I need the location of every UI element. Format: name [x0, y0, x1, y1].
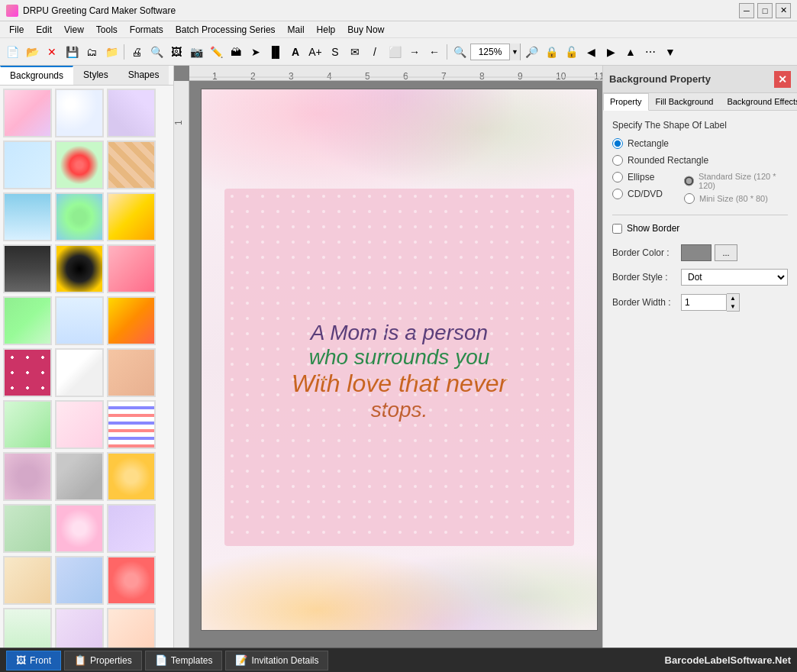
new-button[interactable]: 📄 [3, 43, 21, 61]
thumb-28[interactable] [3, 556, 52, 605]
menu-view[interactable]: View [58, 23, 90, 37]
border-style-select[interactable]: Dot Dash Solid Double DashDot [681, 269, 788, 286]
tab-shapes[interactable]: Shapes [118, 66, 169, 85]
thumb-1[interactable] [3, 89, 52, 137]
back-button[interactable]: ◀ [582, 43, 600, 61]
rectangle-label[interactable]: Rectangle [628, 138, 669, 149]
cylinder-button[interactable]: ⬜ [386, 43, 404, 61]
rounded-rectangle-radio[interactable] [612, 155, 623, 166]
ellipse-label[interactable]: Ellipse [628, 172, 654, 183]
menu-tools[interactable]: Tools [90, 23, 124, 37]
insert-text-button[interactable]: A+ [306, 43, 324, 61]
tab-backgrounds[interactable]: Backgrounds [0, 66, 73, 85]
arrow-right-button[interactable]: → [405, 43, 424, 61]
folder-button[interactable]: 📁 [102, 43, 121, 61]
thumb-29[interactable] [55, 556, 104, 605]
property-close-button[interactable]: ✕ [774, 71, 791, 88]
thumb-25[interactable] [3, 504, 52, 553]
thumb-23[interactable] [55, 452, 104, 501]
thumb-31[interactable] [3, 608, 52, 648]
thumb-20[interactable] [55, 400, 104, 449]
close-button[interactable]: ✕ [776, 3, 791, 18]
print-button[interactable]: 🖨 [127, 43, 146, 61]
thumb-26[interactable] [55, 504, 104, 553]
cddvd-label[interactable]: CD/DVD [628, 189, 663, 199]
zoom-dropdown-button[interactable]: ▼ [509, 44, 520, 60]
menu-batch-processing[interactable]: Batch Processing Series [169, 23, 282, 37]
cddvd-radio[interactable] [612, 189, 623, 199]
menu-edit[interactable]: Edit [30, 23, 58, 37]
standard-size-radio[interactable] [684, 176, 694, 186]
arrow-left-button[interactable]: ← [425, 43, 444, 61]
print-preview-button[interactable]: 🔍 [147, 43, 166, 61]
zoom-input[interactable] [471, 47, 509, 57]
symbol-button[interactable]: S [326, 43, 344, 61]
thumb-19[interactable] [3, 400, 52, 449]
rectangle-radio[interactable] [612, 138, 623, 149]
menu-file[interactable]: File [3, 23, 30, 37]
rounded-rectangle-label[interactable]: Rounded Rectangle [628, 155, 708, 166]
thumb-27[interactable] [107, 504, 156, 553]
image-button[interactable]: 🖼 [167, 43, 186, 61]
invitation-details-button[interactable]: 📝 Invitation Details [225, 651, 328, 670]
front-button[interactable]: 🖼 Front [6, 651, 61, 670]
thumb-14[interactable] [55, 296, 104, 345]
landscape-button[interactable]: 🏔 [227, 43, 245, 61]
close-doc-button[interactable]: ✕ [43, 43, 61, 61]
border-width-input[interactable] [681, 294, 727, 311]
thumb-9[interactable] [107, 192, 156, 241]
save-button[interactable]: 💾 [63, 43, 81, 61]
open-button[interactable]: 📂 [23, 43, 41, 61]
thumb-7[interactable] [3, 192, 52, 241]
pencil-button[interactable]: ✏️ [207, 43, 225, 61]
thumb-8[interactable] [55, 192, 104, 241]
thumb-21[interactable] [107, 400, 156, 449]
menu-buy-now[interactable]: Buy Now [341, 23, 390, 37]
envelope-button[interactable]: ✉ [346, 43, 364, 61]
more-button[interactable]: ⋯ [641, 43, 660, 61]
prop-tab-fill-background[interactable]: Fill Background [649, 93, 721, 110]
thumb-17[interactable] [55, 348, 104, 397]
thumb-30[interactable] [107, 556, 156, 605]
card-canvas[interactable]: A Mom is a person who surrounds you With… [201, 89, 598, 631]
thumb-33[interactable] [107, 608, 156, 648]
menu-mail[interactable]: Mail [282, 23, 311, 37]
save-as-button[interactable]: 🗂 [82, 43, 101, 61]
thumb-3[interactable] [107, 89, 156, 137]
canvas-area[interactable]: 123 456 789 1011 1 [174, 66, 602, 648]
zoom-out-button[interactable]: 🔎 [522, 43, 540, 61]
thumb-6[interactable] [107, 141, 156, 189]
restore-button[interactable]: □ [757, 3, 773, 18]
up-button[interactable]: ▲ [621, 43, 640, 61]
properties-button[interactable]: 📋 Properties [64, 651, 142, 670]
mini-size-label[interactable]: Mini Size (80 * 80) [699, 194, 768, 203]
thumb-22[interactable] [3, 452, 52, 501]
thumb-16[interactable] [3, 348, 52, 397]
standard-size-label[interactable]: Standard Size (120 * 120) [699, 172, 788, 190]
thumb-10[interactable] [3, 244, 52, 293]
line-button[interactable]: / [366, 43, 384, 61]
thumb-4[interactable] [3, 141, 52, 189]
arrow-button[interactable]: ➤ [247, 43, 265, 61]
ellipse-radio[interactable] [612, 172, 623, 183]
thumb-2[interactable] [55, 89, 104, 137]
thumb-32[interactable] [55, 608, 104, 648]
prop-tab-property[interactable]: Property [603, 93, 649, 111]
mini-size-radio[interactable] [684, 193, 695, 204]
unlock-button[interactable]: 🔓 [562, 43, 580, 61]
photo-button[interactable]: 📷 [187, 43, 205, 61]
menu-help[interactable]: Help [311, 23, 342, 37]
text-button[interactable]: A [286, 43, 305, 61]
thumb-11[interactable] [55, 244, 104, 293]
minimize-button[interactable]: ─ [739, 3, 754, 18]
thumb-15[interactable] [107, 296, 156, 345]
border-color-picker-button[interactable]: ... [715, 244, 737, 261]
thumb-18[interactable] [107, 348, 156, 397]
show-border-label[interactable]: Show Border [627, 223, 679, 234]
thumb-12[interactable] [107, 244, 156, 293]
border-width-down-button[interactable]: ▼ [727, 302, 739, 311]
menu-formats[interactable]: Formats [124, 23, 169, 37]
down-button[interactable]: ▼ [661, 43, 679, 61]
forward-button[interactable]: ▶ [602, 43, 620, 61]
thumb-13[interactable] [3, 296, 52, 345]
